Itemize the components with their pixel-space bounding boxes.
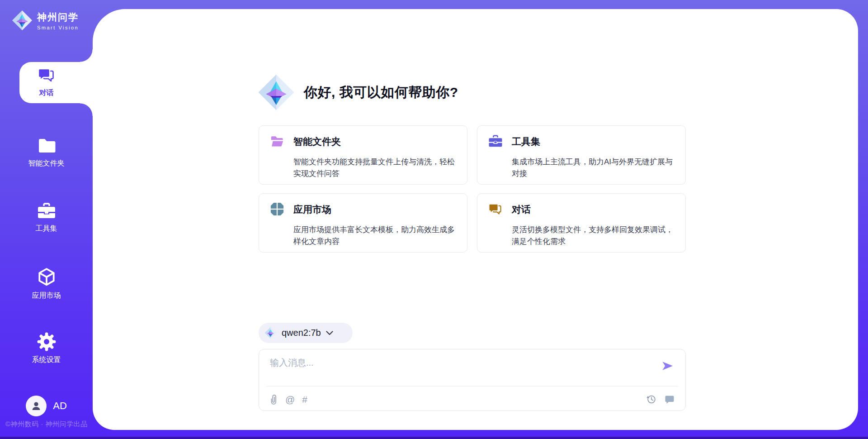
message-composer: @ # (259, 349, 686, 411)
message-input[interactable] (270, 357, 659, 382)
app-title: 神州问学 (37, 11, 79, 24)
app-grid-icon (270, 202, 284, 216)
gear-icon (37, 332, 56, 351)
feature-cards: 智能文件夹 智能文件夹功能支持批量文件上传与清洗，轻松实现文件问答 工具集 集成… (259, 125, 686, 253)
greeting-text: 你好, 我可以如何帮助你? (304, 83, 458, 102)
card-chat[interactable]: 对话 灵活切换多模型文件，支持多样回复效果调试，满足个性化需求 (477, 193, 686, 253)
send-icon[interactable] (661, 360, 674, 372)
avatar (26, 396, 47, 416)
sidebar-item-label: 工具集 (36, 224, 57, 234)
model-selector[interactable]: qwen2:7b (259, 323, 353, 343)
brand-diamond-icon (12, 10, 33, 31)
sidebar-item-smart-folder[interactable]: 智能文件夹 (0, 137, 93, 168)
app-logo: 神州问学 Smart Vision (12, 10, 79, 31)
sidebar-item-chat[interactable]: 对话 (0, 66, 93, 98)
sidebar-item-label: 应用市场 (32, 291, 61, 301)
brand-diamond-icon (258, 74, 295, 111)
greeting-row: 你好, 我可以如何帮助你? (258, 74, 458, 111)
sidebar-item-label: 系统设置 (32, 355, 61, 365)
card-description: 智能文件夹功能支持批量文件上传与清洗，轻松实现文件问答 (293, 156, 456, 185)
card-smart-folder[interactable]: 智能文件夹 智能文件夹功能支持批量文件上传与清洗，轻松实现文件问答 (259, 125, 467, 185)
chat-bubbles-icon (38, 66, 56, 84)
card-title: 对话 (512, 203, 675, 221)
chevron-down-icon (326, 331, 333, 335)
active-tab-fillet-bottom (80, 103, 93, 116)
active-tab-fillet-top (80, 49, 93, 62)
copyright-footer: ©神州数码 · 神州问学出品 (5, 420, 96, 429)
conversation-icon[interactable] (665, 395, 675, 404)
card-toolbox[interactable]: 工具集 集成市场上主流工具，助力AI与外界无缝扩展与对接 (477, 125, 686, 185)
sidebar-item-app-market[interactable]: 应用市场 (0, 267, 93, 301)
app-subtitle: Smart Vision (37, 25, 79, 30)
window-bottom-edge (0, 437, 868, 439)
sidebar-item-toolbox[interactable]: 工具集 (0, 202, 93, 234)
card-title: 工具集 (512, 135, 675, 153)
mention-icon[interactable]: @ (285, 395, 295, 404)
card-app-market[interactable]: 应用市场 应用市场提供丰富长文本模板，助力高效生成多样化文章内容 (259, 193, 467, 253)
sidebar-item-settings[interactable]: 系统设置 (0, 332, 93, 365)
topic-icon[interactable]: # (302, 395, 307, 404)
person-icon (30, 400, 42, 412)
user-account[interactable]: AD (0, 396, 93, 416)
toolbox-icon (37, 202, 56, 220)
history-icon[interactable] (646, 394, 656, 405)
sidebar-item-label: 对话 (39, 88, 54, 98)
card-title: 智能文件夹 (293, 135, 456, 153)
sidebar-item-label: 智能文件夹 (28, 159, 65, 168)
model-diamond-icon (264, 327, 277, 339)
chat-bubbles-icon (488, 202, 503, 216)
card-title: 应用市场 (293, 203, 456, 221)
card-description: 灵活切换多模型文件，支持多样回复效果调试，满足个性化需求 (512, 224, 675, 253)
user-initials: AD (53, 400, 67, 412)
folder-icon (37, 137, 56, 155)
cube-icon (37, 267, 56, 287)
composer-divider (266, 386, 678, 387)
toolbox-icon (488, 134, 503, 148)
attach-icon[interactable] (269, 394, 278, 405)
folder-open-icon (270, 134, 284, 148)
model-name: qwen2:7b (282, 328, 321, 338)
card-description: 集成市场上主流工具，助力AI与外界无缝扩展与对接 (512, 156, 675, 185)
card-description: 应用市场提供丰富长文本模板，助力高效生成多样化文章内容 (293, 224, 456, 253)
